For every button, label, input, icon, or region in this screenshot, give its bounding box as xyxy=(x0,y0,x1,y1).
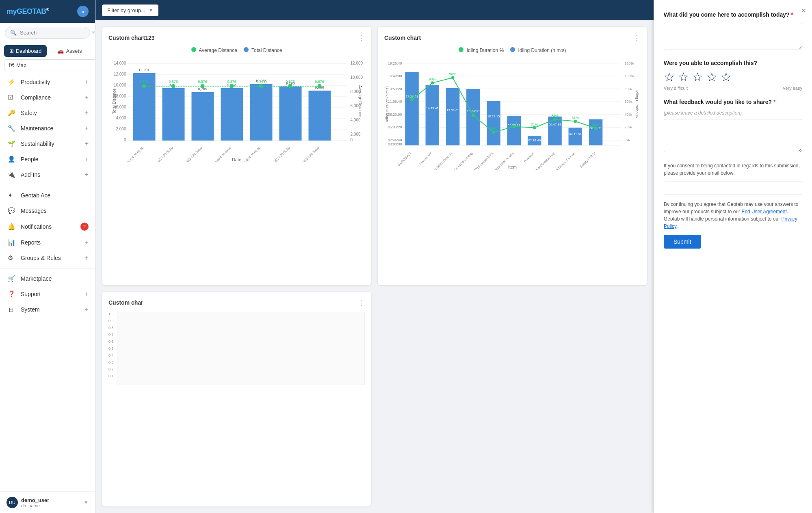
svg-text:09/01/24 20:00:00: 09/01/24 20:00:00 xyxy=(153,146,174,162)
star-2[interactable]: ☆ xyxy=(678,71,689,83)
svg-text:2,000: 2,000 xyxy=(351,132,361,136)
consent-email-input[interactable] xyxy=(664,182,802,195)
add-safety-icon[interactable]: + xyxy=(85,109,89,117)
add-addins-icon[interactable]: + xyxy=(85,171,89,178)
svg-text:12,000: 12,000 xyxy=(351,61,363,65)
people-icon: 👤 xyxy=(8,156,17,163)
svg-rect-84 xyxy=(405,72,419,145)
svg-point-41 xyxy=(259,84,263,88)
search-bar[interactable]: 🔍 ⌘F xyxy=(5,27,90,39)
svg-text:9,876: 9,876 xyxy=(315,80,324,84)
survey-close-button[interactable]: × xyxy=(801,6,806,15)
add-productivity-icon[interactable]: + xyxy=(85,78,89,86)
search-input[interactable] xyxy=(20,30,88,36)
sidebar-item-support[interactable]: ❓ Support + xyxy=(0,286,95,302)
logo-geotab: GEOTAB xyxy=(17,7,46,15)
sidebar-item-maintenance[interactable]: 🔧 Maintenance + xyxy=(0,121,95,136)
chart-menu-button-3[interactable]: ⋮ xyxy=(357,298,365,307)
star-3[interactable]: ☆ xyxy=(692,71,703,83)
submit-button[interactable]: Submit xyxy=(664,235,701,249)
sidebar-item-label: Productivity xyxy=(21,79,85,85)
chart-menu-button-2[interactable]: ⋮ xyxy=(633,33,641,42)
svg-text:GO9LTEATT: GO9LTEATT xyxy=(397,152,412,167)
svg-point-42 xyxy=(288,84,292,88)
svg-text:09/02/24 20:00:00: 09/02/24 20:00:00 xyxy=(182,146,203,162)
svg-text:Date: Date xyxy=(232,157,241,162)
star-rating: ☆ ☆ ☆ ☆ ☆ xyxy=(664,71,802,83)
sidebar-item-people[interactable]: 👤 People + xyxy=(0,152,95,167)
chart-title-2: Custom chart xyxy=(384,35,421,41)
sidebar-item-reports[interactable]: 📊 Reports + xyxy=(0,235,95,250)
add-compliance-icon[interactable]: + xyxy=(85,94,89,101)
star-5[interactable]: ☆ xyxy=(721,71,732,83)
tab-dashboard[interactable]: ⊞ Dashboard xyxy=(4,45,47,57)
logo-suffix: ® xyxy=(46,7,49,12)
eua-link[interactable]: End User Agreement xyxy=(741,209,786,214)
survey-q3-input[interactable] xyxy=(664,119,802,152)
collapse-sidebar-button[interactable]: « xyxy=(77,6,89,17)
filter-label: Filter by group... xyxy=(107,7,145,13)
sidebar-item-groups-rules[interactable]: ⚙ Groups & Rules + xyxy=(0,250,95,266)
sidebar-item-label: Marketplace xyxy=(21,275,89,282)
sidebar-item-marketplace[interactable]: 🛒 Marketplace xyxy=(0,271,95,286)
svg-text:13:53:20: 13:53:20 xyxy=(388,87,402,91)
svg-text:Scooty-Puff Sr: Scooty-Puff Sr xyxy=(579,151,596,168)
star-1[interactable]: ☆ xyxy=(664,71,675,83)
main-content: Filter by group... ▼ Custom chart123 ⋮ A… xyxy=(95,0,654,513)
svg-text:0: 0 xyxy=(124,138,126,142)
survey-q1-input[interactable] xyxy=(664,23,802,50)
svg-text:34%: 34% xyxy=(551,114,559,118)
sidebar-item-productivity[interactable]: ⚡ Productivity + xyxy=(0,74,95,90)
sidebar-item-label: Add-Ins xyxy=(21,171,85,178)
add-people-icon[interactable]: + xyxy=(85,156,89,163)
svg-text:Idling Duration (h:m:s): Idling Duration (h:m:s) xyxy=(385,87,389,122)
filter-group-dropdown[interactable]: Filter by group... ▼ xyxy=(102,4,158,16)
sidebar-item-safety[interactable]: 🔑 Safety + xyxy=(0,105,95,121)
add-reports-icon[interactable]: + xyxy=(85,239,89,246)
svg-point-43 xyxy=(318,84,322,88)
svg-text:04:11:08: 04:11:08 xyxy=(569,132,582,136)
svg-text:0%: 0% xyxy=(625,138,630,142)
reports-icon: 📊 xyxy=(8,239,17,246)
consent-text-1: If you consent to being contacted in reg… xyxy=(664,162,802,177)
map-button[interactable]: 🗺 Map xyxy=(4,59,95,71)
sidebar-item-label: Reports xyxy=(21,239,85,246)
sidebar-item-notifications[interactable]: 🔔 Notifications 2 xyxy=(0,219,95,235)
svg-text:90%: 90% xyxy=(429,77,436,81)
sidebar-item-addins[interactable]: 🔌 Add-Ins + xyxy=(0,167,95,182)
sidebar-item-messages[interactable]: 💬 Messages xyxy=(0,203,95,219)
svg-text:31%: 31% xyxy=(572,116,579,120)
add-maintenance-icon[interactable]: + xyxy=(85,125,89,132)
marketplace-icon: 🛒 xyxy=(8,275,17,282)
sidebar-item-sustainability[interactable]: 🌱 Sustainability + xyxy=(0,136,95,152)
svg-point-110 xyxy=(533,126,536,130)
svg-point-108 xyxy=(492,130,495,134)
sidebar-item-system[interactable]: 🖥 System + xyxy=(0,302,95,317)
sidebar-divider-2 xyxy=(0,268,95,268)
svg-text:2,000: 2,000 xyxy=(116,127,126,131)
svg-text:09/03/24 20:00:00: 09/03/24 20:00:00 xyxy=(211,146,232,162)
svg-text:12,201: 12,201 xyxy=(139,68,150,72)
svg-text:4,000: 4,000 xyxy=(116,116,126,120)
user-name: demo_user xyxy=(21,497,80,503)
sidebar-item-compliance[interactable]: ☑ Compliance + xyxy=(0,90,95,105)
star-labels: Very difficult Very easy xyxy=(664,86,802,91)
star-4[interactable]: ☆ xyxy=(706,71,717,83)
sidebar-user[interactable]: DU demo_user db_name ▼ xyxy=(0,491,95,513)
sidebar-item-geotab-ace[interactable]: ✦ Geotab Ace xyxy=(0,188,95,203)
add-support-icon[interactable]: + xyxy=(85,290,89,298)
chart-legend-2: Idling Duration % Idling Duration (h:m:s… xyxy=(384,47,641,53)
chart-menu-button-1[interactable]: ⋮ xyxy=(357,33,365,42)
map-label: Map xyxy=(16,62,26,68)
svg-text:12,000: 12,000 xyxy=(114,72,126,76)
chart-title-1: Custom chart123 xyxy=(108,35,155,41)
add-groups-icon[interactable]: + xyxy=(85,254,89,262)
add-system-icon[interactable]: + xyxy=(85,306,89,313)
survey-q1: What did you come here to accomplish tod… xyxy=(664,11,802,18)
add-sustainability-icon[interactable]: + xyxy=(85,140,89,147)
svg-point-39 xyxy=(201,84,205,88)
svg-text:10:29:15: 10:29:15 xyxy=(487,115,500,118)
tab-assets[interactable]: 🚗 Assets xyxy=(48,45,91,57)
svg-text:60%: 60% xyxy=(625,100,632,104)
sidebar-item-label: Groups & Rules xyxy=(21,255,85,261)
